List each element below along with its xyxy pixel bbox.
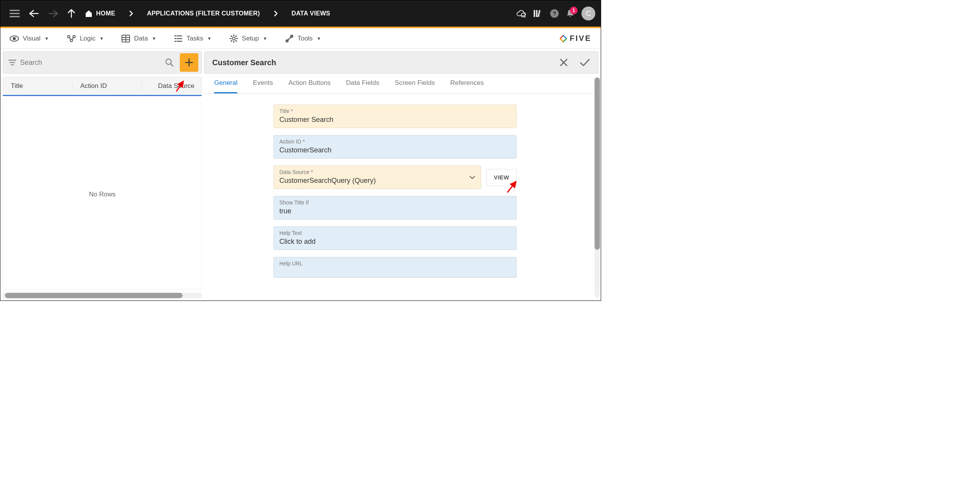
up-icon[interactable] (68, 9, 75, 18)
field-help-text-label: Help Text (279, 230, 511, 236)
svg-rect-2 (536, 10, 537, 17)
menu-logic-label: Logic (80, 35, 96, 42)
v-scrollbar-thumb[interactable] (595, 78, 600, 250)
help-icon[interactable]: ? (550, 9, 559, 18)
gear-icon (230, 34, 238, 43)
forward-icon (48, 10, 58, 17)
menu-icon[interactable] (10, 10, 20, 17)
search-icon[interactable] (165, 58, 174, 67)
chevron-down-icon: ▼ (44, 36, 49, 41)
back-icon[interactable] (29, 10, 39, 17)
svg-rect-1 (534, 10, 535, 17)
menu-tools[interactable]: Tools▼ (285, 34, 321, 43)
field-show-title-if-value: true (279, 207, 511, 215)
detail-header: Customer Search (204, 51, 598, 74)
eye-icon (10, 35, 19, 42)
field-help-url[interactable]: Help URL (274, 257, 517, 278)
menu-tools-label: Tools (297, 35, 313, 42)
field-help-text[interactable]: Help Text Click to add (274, 226, 517, 250)
field-title-label: Title * (279, 108, 511, 114)
tab-general[interactable]: General (214, 79, 237, 93)
library-icon[interactable] (533, 9, 543, 18)
detail-tabs: General Events Action Buttons Data Field… (204, 74, 593, 94)
chevron-down-icon: ▼ (207, 36, 212, 41)
logic-icon (67, 35, 76, 42)
list-empty: No Rows (3, 99, 202, 290)
menu-visual-label: Visual (23, 35, 41, 42)
chevron-down-icon: ▼ (100, 36, 104, 41)
list-header: Title Action ID Data Source (3, 77, 202, 96)
field-help-text-value: Click to add (279, 238, 511, 246)
avatar[interactable]: C (581, 7, 595, 20)
top-bar: HOME APPLICATIONS (FILTER CUSTOMER) DATA… (0, 0, 601, 27)
field-data-source[interactable]: Data Source * CustomerSearchQuery (Query… (274, 165, 481, 189)
menu-data[interactable]: Data▼ (122, 35, 156, 42)
breadcrumb-home-label: HOME (96, 10, 115, 17)
tab-data-fields[interactable]: Data Fields (346, 79, 379, 93)
brand-label: FIVE (570, 34, 591, 43)
field-show-title-if-label: Show Title If (279, 199, 511, 206)
tasks-icon (174, 35, 182, 42)
form-area: Title * Customer Search Action ID * Cust… (204, 94, 601, 301)
field-data-source-row: Data Source * CustomerSearchQuery (Query… (274, 165, 517, 189)
right-panel: Customer Search General Events Action Bu… (204, 49, 601, 301)
search-input[interactable] (20, 59, 161, 67)
svg-point-7 (13, 37, 16, 40)
field-data-source-label: Data Source * (279, 169, 475, 175)
breadcrumb-chevron-icon (269, 10, 282, 17)
svg-point-12 (232, 37, 235, 40)
field-action-id-value: CustomerSearch (279, 146, 511, 154)
breadcrumb-chevron-icon (125, 10, 138, 17)
col-title[interactable]: Title (3, 82, 73, 90)
left-panel: Title Action ID Data Source No Rows (0, 49, 204, 301)
menu-setup-label: Setup (242, 35, 259, 42)
plus-icon (184, 58, 194, 67)
table-icon (122, 35, 130, 42)
field-action-id[interactable]: Action ID * CustomerSearch (274, 135, 517, 159)
field-title-value: Customer Search (279, 116, 511, 124)
field-action-id-label: Action ID * (279, 138, 511, 145)
notification-badge: 1 (570, 7, 578, 14)
h-scrollbar[interactable] (3, 293, 202, 298)
filter-icon[interactable] (8, 59, 16, 66)
h-scrollbar-thumb[interactable] (5, 293, 182, 298)
menu-tasks[interactable]: Tasks▼ (174, 35, 211, 42)
svg-rect-3 (537, 10, 541, 17)
field-help-url-label: Help URL (279, 260, 511, 267)
confirm-icon[interactable] (580, 58, 590, 67)
form-inner: Title * Customer Search Action ID * Cust… (274, 105, 517, 278)
close-icon[interactable] (559, 58, 568, 67)
chevron-down-icon: ▼ (263, 36, 267, 41)
tab-action-buttons[interactable]: Action Buttons (288, 79, 331, 93)
cloud-icon[interactable] (516, 9, 526, 18)
menu-logic[interactable]: Logic▼ (67, 35, 104, 42)
chevron-down-icon[interactable] (469, 176, 475, 179)
field-data-source-value: CustomerSearchQuery (Query) (279, 177, 475, 185)
main: Title Action ID Data Source No Rows Cust… (0, 49, 601, 301)
topbar-right: ? 1 C (516, 7, 595, 20)
chevron-down-icon: ▼ (152, 36, 156, 41)
view-button[interactable]: VIEW (487, 169, 517, 186)
breadcrumb-dataviews[interactable]: DATA VIEWS (292, 10, 330, 17)
menu-setup[interactable]: Setup▼ (230, 34, 267, 43)
menu-tasks-label: Tasks (186, 35, 203, 42)
breadcrumb-applications[interactable]: APPLICATIONS (FILTER CUSTOMER) (147, 10, 260, 17)
tab-screen-fields[interactable]: Screen Fields (395, 79, 435, 93)
breadcrumb-home[interactable]: HOME (84, 10, 115, 17)
detail-title: Customer Search (212, 58, 276, 67)
search-box (3, 51, 202, 74)
bell-icon[interactable]: 1 (566, 9, 574, 18)
tools-icon (285, 34, 294, 43)
menu-data-label: Data (134, 35, 148, 42)
col-action-id[interactable]: Action ID (73, 82, 142, 90)
v-scrollbar[interactable] (595, 77, 600, 297)
col-data-source[interactable]: Data Source (142, 82, 201, 90)
menu-visual[interactable]: Visual▼ (10, 35, 49, 42)
field-show-title-if[interactable]: Show Title If true (274, 196, 517, 220)
add-button[interactable] (180, 53, 198, 72)
field-title[interactable]: Title * Customer Search (274, 105, 517, 128)
chevron-down-icon: ▼ (317, 36, 321, 41)
tab-references[interactable]: References (450, 79, 484, 93)
tab-events[interactable]: Events (253, 79, 273, 93)
detail-header-actions (559, 58, 590, 67)
